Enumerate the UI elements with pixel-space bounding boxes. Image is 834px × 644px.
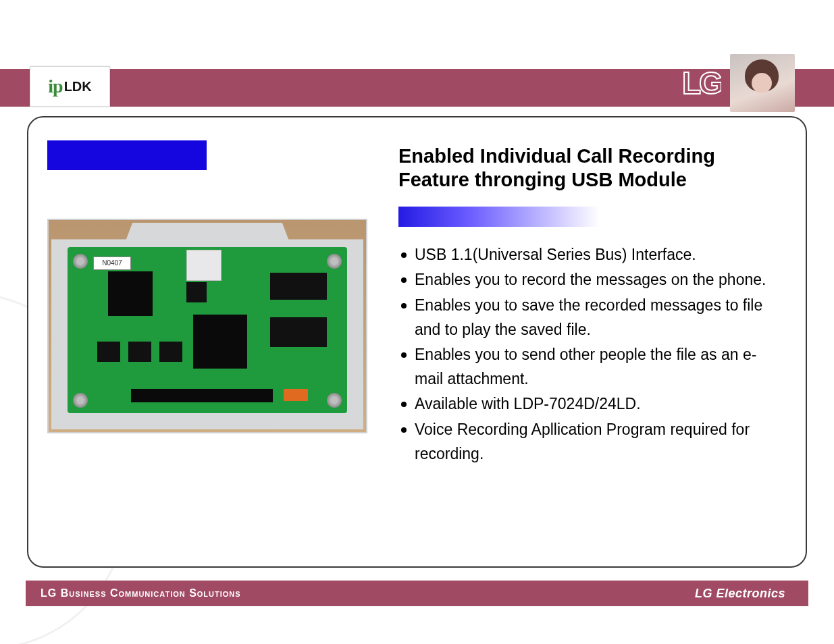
blue-title-block [47, 140, 207, 170]
ipldk-logo: ip LDK [30, 66, 110, 107]
bullet-item: Available with LDP-7024D/24LD. [398, 392, 779, 417]
footer-right-text: LG Electronics [695, 587, 785, 601]
footer-band: LG Business Communication Solutions LG E… [26, 581, 808, 606]
bullet-item: Enables you to send other people the fil… [398, 343, 779, 391]
bullet-item: Enables you to save the recorded message… [398, 294, 779, 342]
right-column: Enabled Individual Call Recording Featur… [398, 140, 779, 553]
bullet-item: Voice Recording Apllication Program requ… [398, 418, 779, 466]
svg-text:LG: LG [682, 67, 721, 101]
logo-ip-text: ip [48, 76, 62, 97]
bullet-item: Enables you to record the messages on th… [398, 268, 779, 292]
gradient-bar [398, 207, 600, 227]
content-panel: N0407 Enabled Individual Call Recording … [27, 116, 807, 568]
pcb-sticker: N0407 [93, 257, 131, 270]
slide-heading: Enabled Individual Call Recording Featur… [398, 144, 779, 192]
circuit-board-image: N0407 [47, 219, 367, 433]
bullet-item: USB 1.1(Universal Series Bus) Interface. [398, 243, 779, 267]
portrait-image [730, 54, 795, 112]
left-column: N0407 [47, 140, 371, 553]
bullet-list: USB 1.1(Universal Series Bus) Interface.… [398, 243, 779, 466]
lg-outline-logo: LG [682, 67, 721, 102]
footer-left-text: LG Business Communication Solutions [41, 587, 241, 599]
logo-ldk-text: LDK [64, 79, 92, 95]
